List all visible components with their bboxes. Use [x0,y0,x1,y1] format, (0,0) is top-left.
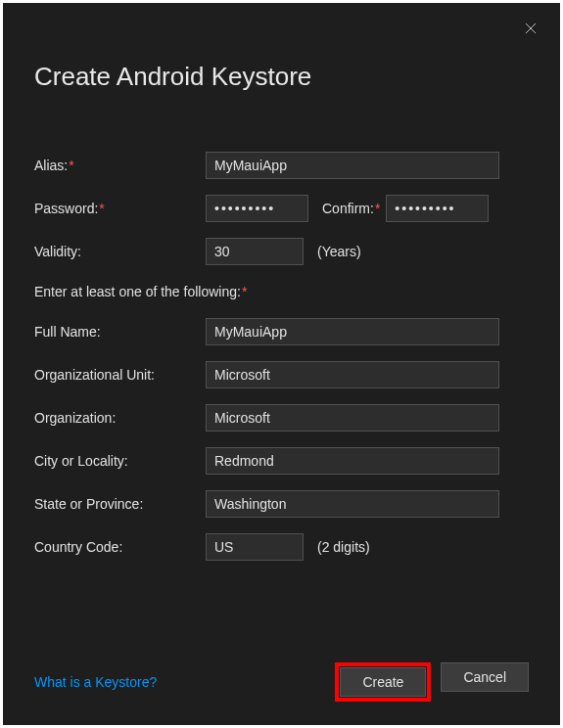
country-input[interactable] [206,533,304,561]
required-marker: * [375,201,380,216]
city-label: City or Locality: [34,453,206,469]
required-marker: * [242,284,247,299]
alias-label: Alias:* [34,158,206,173]
orgunit-label: Organizational Unit: [34,367,206,383]
dialog-title: Create Android Keystore [34,62,529,92]
confirm-label: Confirm:* [322,201,380,216]
country-suffix: (2 digits) [317,539,370,555]
confirm-input[interactable] [386,195,489,222]
section-label: Enter at least one of the following:* [34,284,529,299]
close-button[interactable] [519,17,542,40]
dialog-footer: What is a Keystore? Create Cancel [34,662,529,702]
validity-suffix: (Years) [317,244,361,259]
required-marker: * [69,158,73,173]
cancel-button[interactable]: Cancel [441,662,529,692]
validity-label: Validity: [34,244,206,259]
create-keystore-dialog: Create Android Keystore Alias:* Password… [3,3,560,725]
state-input[interactable] [206,490,499,518]
country-label: Country Code: [34,539,206,555]
state-label: State or Province: [34,496,206,512]
password-label: Password:* [34,201,206,216]
create-button-highlight: Create [335,662,431,702]
required-marker: * [99,201,104,216]
fullname-label: Full Name: [34,324,206,340]
city-input[interactable] [206,447,499,475]
fullname-input[interactable] [206,318,499,345]
help-link[interactable]: What is a Keystore? [34,674,157,690]
alias-input[interactable] [206,152,499,179]
password-input[interactable] [206,195,308,222]
create-button[interactable]: Create [340,667,426,697]
validity-input[interactable] [206,238,304,265]
close-icon [525,23,537,34]
orgunit-input[interactable] [206,361,499,388]
org-input[interactable] [206,404,499,432]
button-group: Create Cancel [335,662,529,702]
org-label: Organization: [34,410,206,426]
